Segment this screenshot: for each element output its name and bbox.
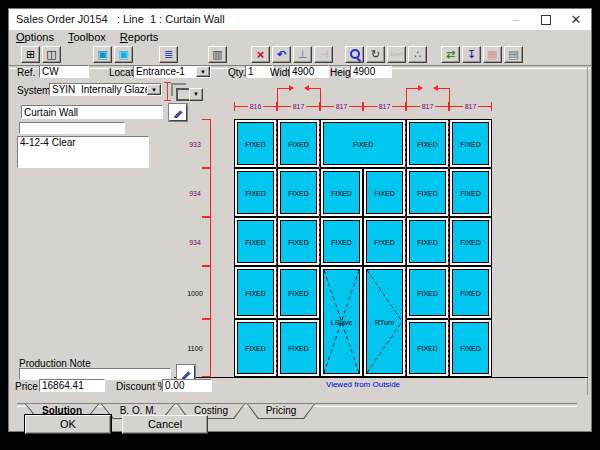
- glass-pane: FIXED: [409, 122, 446, 165]
- frame-profile-icon: ◫: [46, 48, 56, 61]
- panel-fixed[interactable]: FIXED: [449, 217, 492, 266]
- frame-profile-button[interactable]: ◫: [42, 46, 61, 63]
- vent-marker-button[interactable]: ∴: [408, 46, 427, 63]
- tab-pricing[interactable]: Pricing: [247, 404, 315, 419]
- frame-style-button[interactable]: ▣: [93, 46, 112, 63]
- print-disabled-button[interactable]: ▦: [483, 46, 502, 63]
- panel-fixed[interactable]: FIXED: [449, 168, 492, 217]
- panel-label: FIXED: [238, 189, 273, 196]
- dimension-label[interactable]: 817: [334, 102, 350, 111]
- drawing-area: FIXEDFIXEDFIXEDFIXEDFIXEDFIXEDFIXEDFIXED…: [9, 67, 587, 395]
- menu-item-options[interactable]: Options: [9, 31, 61, 44]
- panel-fixed[interactable]: FIXED: [277, 217, 320, 266]
- glass-pane: FIXED: [280, 122, 317, 165]
- panel-fixed[interactable]: FIXED: [277, 319, 320, 377]
- panel-fixed[interactable]: FIXED: [406, 119, 449, 168]
- panel-fixed[interactable]: FIXED: [234, 319, 277, 377]
- panel-door-lslave[interactable]: LSlave: [320, 266, 363, 377]
- bom-edit-button[interactable]: ≣: [159, 46, 178, 63]
- panel-fixed[interactable]: FIXED: [406, 168, 449, 217]
- panel-fixed[interactable]: FIXED: [363, 168, 406, 217]
- transfer-button[interactable]: ⇄: [441, 46, 460, 63]
- title-bar[interactable]: Sales Order J0154 : Line 1 : Curtain Wal…: [9, 9, 591, 31]
- dimension-edit-icon: ⊣: [319, 48, 329, 61]
- delete-button[interactable]: ×: [251, 46, 270, 63]
- zoom-button[interactable]: [345, 46, 364, 63]
- dimension-label[interactable]: 817: [420, 102, 436, 111]
- panel-fixed[interactable]: FIXED: [320, 217, 363, 266]
- panel-fixed[interactable]: FIXED: [234, 217, 277, 266]
- panel-fixed[interactable]: FIXED: [363, 217, 406, 266]
- panel-fixed[interactable]: FIXED: [234, 266, 277, 319]
- dimension-label[interactable]: 934: [184, 189, 206, 196]
- window-view-icon: ▥: [212, 48, 222, 61]
- undo-icon: ↶: [277, 48, 286, 61]
- panel-fixed[interactable]: FIXED: [320, 119, 406, 168]
- panel-fixed[interactable]: FIXED: [449, 119, 492, 168]
- dimensions-button[interactable]: ⊥: [293, 46, 312, 63]
- redraw-button[interactable]: ↻: [366, 46, 385, 63]
- glass-pane: FIXED: [366, 171, 403, 214]
- window-title: Sales Order J0154 : Line 1 : Curtain Wal…: [16, 13, 225, 25]
- panel-fixed[interactable]: FIXED: [234, 119, 277, 168]
- panel-label: FIXED: [238, 238, 273, 245]
- panel-fixed[interactable]: FIXED: [277, 266, 320, 319]
- dimension-label[interactable]: 1000: [184, 289, 206, 296]
- glass-pane: FIXED: [409, 171, 446, 214]
- dimension-label[interactable]: 816: [248, 102, 264, 111]
- copy-button[interactable]: ▤: [504, 46, 523, 63]
- panel-fixed[interactable]: FIXED: [406, 217, 449, 266]
- panel-fixed[interactable]: FIXED: [320, 168, 363, 217]
- dimension-label[interactable]: 817: [463, 102, 479, 111]
- dimension-label[interactable]: 817: [377, 102, 393, 111]
- maximize-button[interactable]: [531, 9, 561, 30]
- sash-tool-button[interactable]: Sash: [387, 46, 406, 63]
- glass-pane: FIXED: [323, 122, 403, 165]
- dimension-edit-button[interactable]: ⊣: [314, 46, 333, 63]
- close-button[interactable]: ✕: [561, 9, 591, 30]
- width-dimension: 817: [406, 102, 449, 111]
- price-input[interactable]: [39, 379, 105, 392]
- sash-tool-icon: Sash: [390, 51, 404, 57]
- panel-fixed[interactable]: FIXED: [449, 319, 492, 377]
- window-grid-button[interactable]: ⊞: [21, 46, 40, 63]
- glass-pane: FIXED: [237, 122, 274, 165]
- panel-fixed[interactable]: FIXED: [449, 266, 492, 319]
- width-dimension: 817: [363, 102, 406, 111]
- transfer-icon: ⇄: [446, 48, 455, 61]
- panel-label: FIXED: [238, 345, 273, 352]
- mullion-marker: [319, 121, 320, 264]
- discount-input[interactable]: [162, 379, 212, 392]
- menu-item-reports[interactable]: Reports: [113, 31, 166, 44]
- panel-label: FIXED: [410, 345, 445, 352]
- save-button[interactable]: ↧: [462, 46, 481, 63]
- glazing-button[interactable]: ▣: [114, 46, 133, 63]
- copy-icon: ▤: [508, 48, 518, 61]
- panel-fixed[interactable]: FIXED: [234, 168, 277, 217]
- dimension-label[interactable]: 934: [184, 238, 206, 245]
- cancel-button[interactable]: Cancel: [122, 415, 208, 434]
- dimension-label[interactable]: 817: [291, 102, 307, 111]
- panel-fixed[interactable]: FIXED: [406, 319, 449, 377]
- glass-pane: FIXED: [237, 322, 274, 374]
- glass-pane: FIXED: [280, 322, 317, 374]
- glass-pane: FIXED: [409, 322, 446, 374]
- undo-button[interactable]: ↶: [272, 46, 291, 63]
- dimension-label[interactable]: 933: [184, 140, 206, 147]
- window-view-button[interactable]: ▥: [208, 46, 227, 63]
- panel-fixed[interactable]: FIXED: [277, 119, 320, 168]
- dimension-label[interactable]: 1100: [184, 345, 206, 352]
- menu-bar: OptionsToolboxReports: [9, 31, 591, 44]
- tab-label: Pricing: [248, 404, 314, 418]
- width-dimension: 817: [277, 102, 320, 111]
- panel-fixed[interactable]: FIXED: [406, 266, 449, 319]
- menu-item-toolbox[interactable]: Toolbox: [61, 31, 113, 44]
- glass-pane: FIXED: [452, 122, 489, 165]
- glazing-icon: ▣: [118, 48, 128, 61]
- ok-button[interactable]: OK: [25, 415, 111, 434]
- panel-label: FIXED: [281, 238, 316, 245]
- minimize-button[interactable]: –: [501, 9, 531, 30]
- panel-fixed[interactable]: FIXED: [277, 168, 320, 217]
- glass-pane: FIXED: [366, 220, 403, 263]
- panel-door-rturn[interactable]: RTurn: [363, 266, 406, 377]
